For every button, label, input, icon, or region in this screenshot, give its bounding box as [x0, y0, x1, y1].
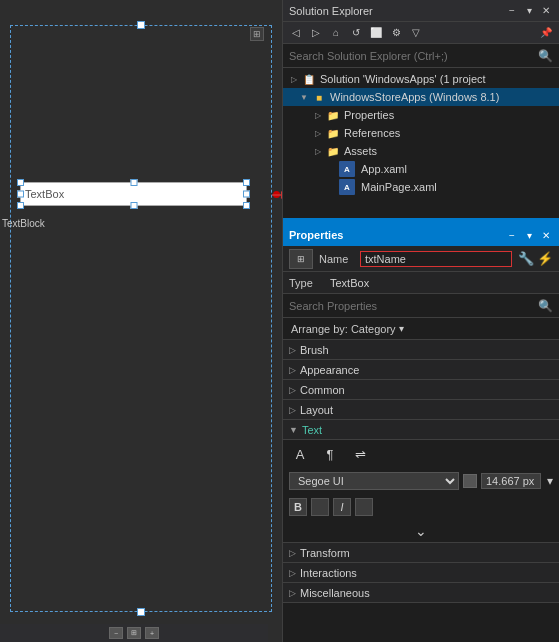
interactions-label: Interactions — [300, 567, 357, 579]
paragraph-btn[interactable]: ¶ — [321, 445, 339, 463]
project-icon: ■ — [311, 89, 327, 105]
brush-label: Brush — [300, 344, 329, 356]
sel-handle-tm[interactable] — [130, 179, 137, 186]
props-search-bar: 🔍 — [283, 294, 559, 318]
zoom-out-btn[interactable]: − — [109, 627, 123, 639]
tree-item-assets[interactable]: ▷ 📁 Assets — [283, 142, 559, 160]
text-section-content: A ¶ ⇌ Segoe UI ▾ B I — [283, 440, 559, 543]
prop-group-appearance[interactable]: ▷ Appearance — [283, 360, 559, 380]
prop-group-layout[interactable]: ▷ Layout — [283, 400, 559, 420]
arrange-dropdown-arrow: ▾ — [399, 323, 404, 334]
miscellaneous-label: Miscellaneous — [300, 587, 370, 599]
common-label: Common — [300, 384, 345, 396]
props-wrench-icon[interactable]: 🔧 — [518, 251, 534, 266]
prop-group-text[interactable]: ▼ Text — [283, 420, 559, 440]
text-format-row: B I — [283, 494, 559, 520]
zoom-fit-btn[interactable]: ⊞ — [127, 627, 141, 639]
appxaml-icon: A — [339, 161, 355, 177]
sel-handle-bl[interactable] — [17, 202, 24, 209]
mainpage-icon: A — [339, 179, 355, 195]
props-type-value: TextBox — [330, 277, 369, 289]
se-search-icon: 🔍 — [538, 49, 553, 63]
text-format-toolbar: A ¶ ⇌ — [283, 440, 559, 468]
dropdown-icon[interactable]: ▾ — [522, 4, 536, 18]
se-collapse-btn[interactable]: ⬜ — [367, 24, 385, 42]
tree-item-project[interactable]: ▼ ■ WindowsStoreApps (Windows 8.1) — [283, 88, 559, 106]
pin-icon[interactable]: − — [505, 4, 519, 18]
tree-item-mainpage[interactable]: ▷ A MainPage.xaml — [283, 178, 559, 196]
prop-group-interactions[interactable]: ▷ Interactions — [283, 563, 559, 583]
se-props-btn[interactable]: ⚙ — [387, 24, 405, 42]
se-tree: ▷ 📋 Solution 'WindowsApps' (1 project ▼ … — [283, 68, 559, 218]
tree-item-references[interactable]: ▷ 📁 References — [283, 124, 559, 142]
prop-group-brush[interactable]: ▷ Brush — [283, 340, 559, 360]
tree-item-appxaml[interactable]: ▷ A App.xaml — [283, 160, 559, 178]
connector-arrow — [272, 185, 283, 205]
props-search-input[interactable] — [289, 300, 534, 312]
designer-canvas: ⊞ TextBlock TextBox − ⊞ + — [0, 0, 283, 642]
solution-explorer-panel: Solution Explorer − ▾ ✕ ◁ ▷ ⌂ ↺ ⬜ ⚙ ▽ 📌 … — [283, 0, 559, 220]
arrow-properties: ▷ — [311, 108, 325, 122]
prop-group-common[interactable]: ▷ Common — [283, 380, 559, 400]
assets-label: Assets — [344, 145, 377, 157]
title-icon-group: − ▾ ✕ — [505, 4, 553, 18]
props-dropdown-icon[interactable]: ▾ — [522, 228, 536, 242]
miscellaneous-arrow: ▷ — [289, 588, 296, 598]
expand-row: ⌄ — [283, 520, 559, 542]
props-icon-box: ⊞ — [289, 249, 313, 269]
props-name-action-icons: 🔧 ⚡ — [518, 251, 553, 266]
font-size-dropdown[interactable]: ▾ — [547, 474, 553, 488]
solution-icon: 📋 — [301, 71, 317, 87]
font-family-select[interactable]: Segoe UI — [289, 472, 459, 490]
se-forward-btn[interactable]: ▷ — [307, 24, 325, 42]
sel-handle-bm[interactable] — [130, 202, 137, 209]
sel-handle-mr[interactable] — [243, 191, 250, 198]
props-name-input[interactable] — [360, 251, 512, 267]
se-back-btn[interactable]: ◁ — [287, 24, 305, 42]
prop-group-miscellaneous[interactable]: ▷ Miscellaneous — [283, 583, 559, 603]
tree-item-solution[interactable]: ▷ 📋 Solution 'WindowsApps' (1 project — [283, 70, 559, 88]
sel-handle-br[interactable] — [243, 202, 250, 209]
textbox-element[interactable]: TextBox — [20, 182, 247, 206]
textblock-label: TextBlock — [2, 218, 45, 229]
props-arrange-dropdown[interactable]: Arrange by: Category ▾ — [283, 318, 559, 340]
tree-item-properties[interactable]: ▷ 📁 Properties — [283, 106, 559, 124]
se-filter-btn[interactable]: ▽ — [407, 24, 425, 42]
transform-arrow: ▷ — [289, 548, 296, 558]
props-lightning-icon[interactable]: ⚡ — [537, 251, 553, 266]
props-pin-icon[interactable]: − — [505, 228, 519, 242]
appxaml-label: App.xaml — [361, 163, 407, 175]
prop-group-transform[interactable]: ▷ Transform — [283, 543, 559, 563]
handle-bottom[interactable] — [137, 608, 145, 616]
se-toolbar: ◁ ▷ ⌂ ↺ ⬜ ⚙ ▽ 📌 — [283, 22, 559, 44]
zoom-in-btn[interactable]: + — [145, 627, 159, 639]
sel-handle-tl[interactable] — [17, 179, 24, 186]
color-square-btn[interactable] — [311, 498, 329, 516]
italic-btn[interactable]: I — [333, 498, 351, 516]
se-home-btn[interactable]: ⌂ — [327, 24, 345, 42]
se-pin2-btn[interactable]: 📌 — [537, 24, 555, 42]
font-A-btn[interactable]: A — [291, 445, 309, 463]
appearance-label: Appearance — [300, 364, 359, 376]
se-search-input[interactable] — [289, 50, 538, 62]
properties-title: Properties — [289, 229, 343, 241]
solution-explorer-title: Solution Explorer — [289, 5, 373, 17]
element-icon-top: ⊞ — [250, 27, 264, 41]
font-size-input[interactable] — [481, 473, 541, 489]
text-arrow: ▼ — [289, 425, 298, 435]
props-close-icon[interactable]: ✕ — [539, 228, 553, 242]
folder-references-icon: 📁 — [325, 125, 341, 141]
props-type-label: Type — [289, 277, 324, 289]
sel-handle-tr[interactable] — [243, 179, 250, 186]
close-icon[interactable]: ✕ — [539, 4, 553, 18]
transform-btn[interactable]: ⇌ — [351, 445, 369, 463]
expand-text-btn[interactable]: ⌄ — [412, 522, 430, 540]
bold-btn[interactable]: B — [289, 498, 307, 516]
se-refresh-btn[interactable]: ↺ — [347, 24, 365, 42]
font-color-swatch[interactable] — [463, 474, 477, 488]
solution-label: Solution 'WindowsApps' (1 project — [320, 73, 486, 85]
sel-handle-ml[interactable] — [17, 191, 24, 198]
handle-top[interactable] — [137, 21, 145, 29]
color-square2-btn[interactable] — [355, 498, 373, 516]
props-title-icons: − ▾ ✕ — [505, 228, 553, 242]
